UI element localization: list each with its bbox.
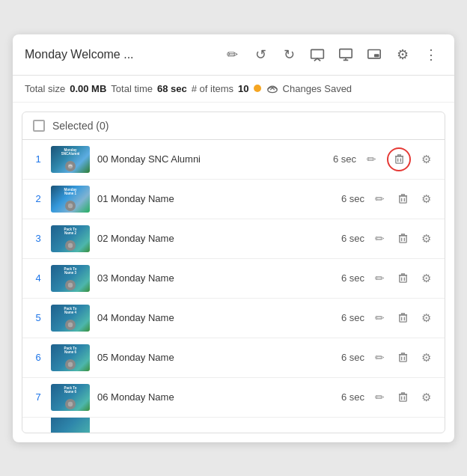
- item-time: 6 sec: [341, 193, 364, 204]
- svg-rect-32: [400, 394, 406, 401]
- svg-rect-8: [395, 156, 402, 163]
- item-thumbnail: Pack ToName 3: [51, 265, 90, 292]
- item-number: 6: [33, 352, 43, 363]
- list-item: 2 MondayName 1 01 Monday Name 6 sec ✏ ⚙: [22, 180, 445, 219]
- select-all-checkbox[interactable]: [33, 120, 45, 132]
- delete-item-button[interactable]: [387, 147, 411, 171]
- svg-point-11: [68, 203, 73, 207]
- list-item: 1 MondaySNCAlumni 00 Monday SNC Alumni 6…: [22, 140, 445, 180]
- svg-rect-28: [400, 355, 406, 361]
- edit-item-icon[interactable]: ✏: [372, 310, 388, 326]
- edit-item-icon[interactable]: ✏: [364, 151, 379, 168]
- items-label: # of items: [192, 83, 234, 94]
- item-name: 01 Monday Name: [97, 193, 334, 204]
- svg-point-31: [68, 401, 73, 406]
- item-thumbnail: Pack ToName 2: [51, 225, 90, 252]
- settings-item-icon[interactable]: ⚙: [418, 389, 434, 406]
- svg-point-19: [68, 282, 73, 287]
- item-thumbnail: [51, 418, 90, 433]
- total-time-label: Total time: [111, 83, 153, 94]
- item-thumbnail: MondaySNCAlumni: [51, 146, 90, 173]
- item-thumbnail: Pack ToName 6: [51, 344, 90, 371]
- list-item: 7 Pack ToName 6 06 Monday Name 6 sec ✏ ⚙: [22, 378, 445, 418]
- svg-rect-5: [374, 54, 379, 57]
- item-time: 6 sec: [341, 272, 364, 284]
- list-item: 5 Pack ToName 4 04 Monday Name 6 sec ✏ ⚙: [22, 299, 445, 338]
- item-name: 05 Monday Name: [97, 352, 334, 363]
- delete-item-button[interactable]: [395, 271, 411, 285]
- monitor-icon[interactable]: [335, 43, 357, 66]
- delete-item-button[interactable]: [395, 390, 411, 404]
- item-name: 06 Monday Name: [97, 391, 334, 403]
- edit-icon[interactable]: ✏: [221, 43, 243, 66]
- list-header: Selected (0): [22, 112, 445, 140]
- changes-saved-text: Changes Saved: [283, 83, 352, 94]
- settings-item-icon[interactable]: ⚙: [418, 191, 434, 207]
- settings-item-icon[interactable]: ⚙: [418, 270, 434, 287]
- settings-icon[interactable]: ⚙: [391, 43, 414, 66]
- total-size-value: 0.00 MB: [70, 83, 106, 94]
- edit-item-icon[interactable]: ✏: [372, 191, 388, 207]
- items-value: 10: [238, 83, 248, 94]
- delete-item-button[interactable]: [395, 231, 411, 245]
- list-item: [22, 418, 445, 433]
- item-time: 6 sec: [341, 312, 364, 323]
- changes-saved: Changes Saved: [266, 83, 352, 94]
- settings-item-icon[interactable]: ⚙: [418, 350, 434, 366]
- list-item: 4 Pack ToName 3 03 Monday Name 6 sec ✏ ⚙: [22, 259, 445, 299]
- svg-rect-12: [400, 196, 406, 203]
- redo-icon[interactable]: ↻: [278, 43, 300, 66]
- item-list-container: Selected (0) 1 MondaySNCAlumni 00 Monday…: [22, 112, 445, 433]
- delete-item-button[interactable]: [395, 350, 411, 364]
- item-number: 4: [33, 272, 43, 284]
- item-name: 00 Monday SNC Alumni: [97, 153, 326, 165]
- edit-item-icon[interactable]: ✏: [372, 270, 388, 287]
- page-title: Monday Welcome ...: [25, 48, 215, 61]
- svg-rect-24: [400, 315, 406, 322]
- item-name: 04 Monday Name: [97, 312, 334, 323]
- item-thumbnail: MondayName 1: [51, 186, 90, 213]
- status-bar: Total size 0.00 MB Total time 68 sec # o…: [13, 76, 454, 103]
- delete-item-button[interactable]: [395, 311, 411, 325]
- item-name: 02 Monday Name: [97, 233, 334, 244]
- svg-point-15: [68, 242, 73, 247]
- undo-icon[interactable]: ↺: [249, 43, 272, 66]
- item-name: 03 Monday Name: [97, 272, 334, 284]
- settings-item-icon[interactable]: ⚙: [418, 231, 434, 247]
- total-time-value: 68 sec: [157, 83, 187, 94]
- selected-label: Selected (0): [52, 120, 109, 132]
- svg-rect-0: [311, 49, 324, 58]
- edit-item-icon[interactable]: ✏: [372, 389, 388, 406]
- svg-rect-1: [340, 49, 352, 57]
- item-thumbnail: Pack ToName 4: [51, 305, 90, 332]
- cast-icon[interactable]: [306, 43, 329, 66]
- svg-point-23: [68, 322, 73, 326]
- svg-point-27: [68, 361, 73, 366]
- svg-rect-20: [400, 275, 406, 282]
- list-item: 6 Pack ToName 6 05 Monday Name 6 sec ✏ ⚙: [22, 338, 445, 378]
- status-dot: [254, 85, 261, 92]
- settings-item-icon[interactable]: ⚙: [418, 151, 434, 168]
- delete-item-button[interactable]: [395, 192, 411, 206]
- app-window: Monday Welcome ... ✏ ↺ ↻ ⚙ ⋮ To: [13, 34, 454, 442]
- item-time: 6 sec: [341, 233, 364, 244]
- item-number: 3: [33, 233, 43, 244]
- item-time: 6 sec: [341, 352, 364, 363]
- item-number: 2: [33, 193, 43, 204]
- item-time: 6 sec: [333, 153, 356, 165]
- item-number: 7: [33, 391, 43, 403]
- edit-item-icon[interactable]: ✏: [372, 350, 388, 366]
- total-size-label: Total size: [25, 83, 65, 94]
- item-thumbnail: Pack ToName 6: [51, 384, 90, 411]
- item-number: 5: [33, 312, 43, 323]
- item-time: 6 sec: [341, 391, 364, 403]
- more-icon[interactable]: ⋮: [420, 43, 442, 66]
- pip-icon[interactable]: [363, 43, 385, 66]
- svg-rect-16: [400, 236, 406, 242]
- item-number: 1: [33, 153, 43, 165]
- list-item: 3 Pack ToName 2 02 Monday Name 6 sec ✏ ⚙: [22, 219, 445, 259]
- toolbar: Monday Welcome ... ✏ ↺ ↻ ⚙ ⋮: [13, 34, 454, 76]
- settings-item-icon[interactable]: ⚙: [418, 310, 434, 326]
- edit-item-icon[interactable]: ✏: [372, 231, 388, 247]
